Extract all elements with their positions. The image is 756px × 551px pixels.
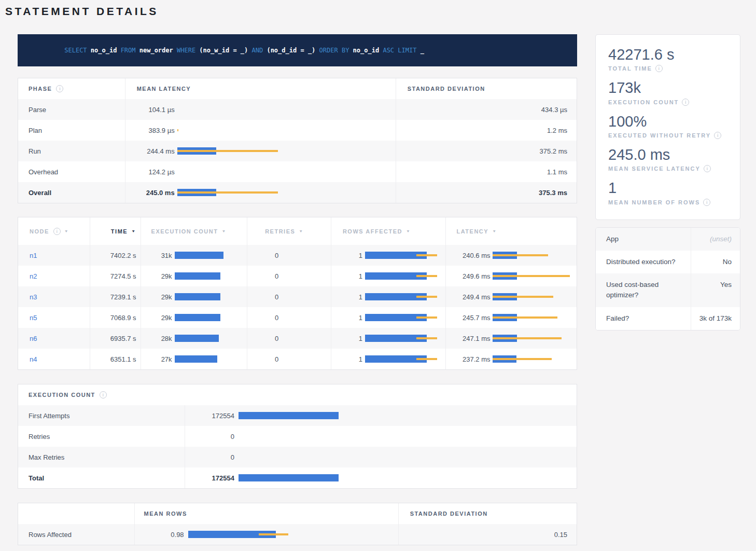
prop-value: Yes — [691, 273, 740, 307]
table-row: n3 7239.1 s 29k 0 1 249.4 ms — [18, 286, 577, 307]
execution-count-column-header[interactable]: EXECUTION COUNT▼ — [141, 217, 247, 245]
latency-column-header[interactable]: LATENCY▼ — [445, 217, 577, 245]
execution-count-value: 27k — [141, 355, 172, 363]
retries-value: 0 — [247, 252, 278, 259]
info-icon[interactable]: i — [100, 391, 107, 398]
row-label: Total — [18, 467, 185, 488]
execution-count-section-header: EXECUTION COUNT i — [18, 384, 107, 405]
phase-label: Parse — [18, 99, 125, 120]
node-link[interactable]: n6 — [30, 335, 37, 342]
count-value: 172554 — [185, 474, 234, 482]
sort-arrow-icon: ▼ — [492, 229, 497, 233]
table-row: Parse 104.1 µs 434.3 µs — [18, 99, 577, 120]
table-row: Retries 0 — [18, 426, 577, 447]
prop-value: 3k of 173k — [691, 307, 740, 330]
std-dev-column-header: STANDARD DEVIATION — [396, 78, 577, 99]
info-icon[interactable]: i — [704, 165, 711, 172]
execution-count-bar — [175, 272, 244, 280]
execution-count-bar — [175, 314, 244, 321]
rows-affected-value: 1 — [331, 314, 362, 322]
latency-bar — [177, 168, 391, 175]
execution-count-value: 31k — [141, 252, 172, 259]
rows-affected-value: 1 — [331, 293, 362, 301]
latency-bar — [493, 314, 577, 321]
execution-count-bar — [175, 293, 244, 300]
mean-latency-value: 383.9 µs — [125, 127, 175, 134]
stat-label: MEAN SERVICE LATENCYi — [608, 165, 727, 172]
retries-value: 0 — [247, 314, 278, 322]
main-column: SELECT no_o_id FROM new_order WHERE (no_… — [18, 34, 577, 545]
rows-affected-table: MEAN ROWS STANDARD DEVIATION Rows Affect… — [18, 503, 577, 545]
mean-latency-column-header: MEAN LATENCY — [125, 78, 396, 99]
info-icon[interactable]: i — [655, 65, 663, 72]
execution-count-bar — [175, 252, 244, 259]
node-link[interactable]: n3 — [30, 293, 37, 301]
stat-mean-service-latency: 245.0 ms MEAN SERVICE LATENCYi — [608, 146, 727, 172]
count-bar — [239, 412, 572, 419]
info-icon[interactable]: i — [53, 228, 61, 235]
statement-details-page: STATEMENT DETAILS SELECT no_o_id FROM ne… — [0, 0, 756, 551]
latency-value: 240.6 ms — [446, 252, 490, 259]
stat-execution-count: 173k EXECUTION COUNTi — [608, 79, 727, 105]
std-dev-value: 0.15 — [398, 524, 577, 545]
node-link[interactable]: n2 — [30, 272, 37, 280]
execution-count-table: EXECUTION COUNT i First Attempts 172554 … — [18, 384, 577, 489]
node-statistics-table: NODE i ▼ TIME▼ EXECUTION COUNT▼ RETRIES▼ — [18, 217, 577, 370]
std-dev-value: 375.2 ms — [396, 141, 577, 161]
table-row: Total 172554 — [18, 467, 577, 488]
info-icon[interactable]: i — [682, 99, 689, 106]
latency-bar — [493, 272, 577, 280]
table-row: n4 6351.1 s 27k 0 1 237.2 ms — [18, 349, 577, 369]
prop-row-app: App (unset) — [596, 228, 740, 251]
empty-header-cell — [18, 503, 134, 524]
std-dev-value: 1.2 ms — [396, 120, 577, 141]
phase-latency-table: PHASE i MEAN LATENCY STANDARD DEVIATION … — [18, 78, 577, 203]
page-title: STATEMENT DETAILS — [5, 5, 740, 18]
table-row: Max Retries 0 — [18, 447, 577, 467]
info-icon[interactable]: i — [714, 132, 721, 139]
latency-value: 237.2 ms — [446, 355, 490, 363]
table-row: Run 244.4 ms 375.2 ms — [18, 141, 577, 161]
std-dev-value: 1.1 ms — [396, 161, 577, 182]
prop-value: (unset) — [691, 228, 740, 251]
table-row: Plan 383.9 µs 1.2 ms — [18, 120, 577, 141]
rows-affected-bar — [365, 272, 442, 280]
rows-affected-column-header[interactable]: ROWS AFFECTED▼ — [331, 217, 446, 245]
latency-value: 249.4 ms — [446, 293, 490, 301]
execution-count-value: 29k — [141, 293, 172, 301]
node-link[interactable]: n4 — [30, 355, 37, 363]
sort-arrow-icon: ▼ — [64, 229, 69, 233]
prop-label: Used cost-based optimizer? — [596, 273, 691, 307]
rows-affected-bar — [365, 314, 442, 321]
table-row: Overhead 124.2 µs 1.1 ms — [18, 161, 577, 182]
stat-value: 1 — [608, 180, 727, 197]
mean-rows-column-header: MEAN ROWS — [134, 503, 398, 524]
time-value: 7239.1 s — [90, 286, 141, 307]
count-bar — [239, 433, 572, 440]
latency-bar — [177, 147, 391, 155]
sql-statement: SELECT no_o_id FROM new_order WHERE (no_… — [27, 39, 424, 61]
retries-column-header[interactable]: RETRIES▼ — [247, 217, 331, 245]
time-column-header[interactable]: TIME▼ — [90, 217, 141, 245]
count-value: 0 — [185, 433, 234, 440]
node-column-header[interactable]: NODE i ▼ — [18, 217, 90, 245]
node-link[interactable]: n1 — [30, 252, 37, 259]
table-row: Overall 245.0 ms 375.3 ms — [18, 182, 577, 203]
mean-latency-value: 244.4 ms — [125, 147, 175, 155]
info-icon[interactable]: i — [56, 85, 63, 92]
prop-label: App — [596, 228, 691, 251]
latency-bar — [493, 252, 577, 259]
execution-count-value: 29k — [141, 314, 172, 322]
row-label: Rows Affected — [18, 524, 134, 545]
info-icon[interactable]: i — [703, 199, 710, 206]
node-link[interactable]: n5 — [30, 314, 37, 322]
retries-value: 0 — [247, 293, 278, 301]
prop-value: No — [691, 251, 740, 273]
count-bar — [239, 474, 572, 481]
prop-row-failed: Failed? 3k of 173k — [596, 307, 740, 330]
row-label: Max Retries — [18, 447, 185, 467]
summary-sidebar: 42271.6 s TOTAL TIMEi 173k EXECUTION COU… — [595, 34, 740, 545]
time-value: 7274.5 s — [90, 266, 141, 286]
stat-value: 42271.6 s — [608, 46, 727, 63]
table-row: First Attempts 172554 — [18, 405, 577, 426]
